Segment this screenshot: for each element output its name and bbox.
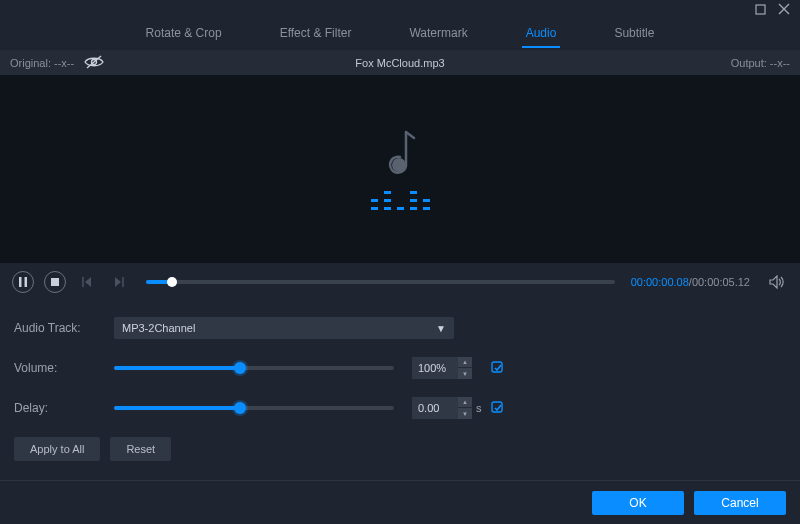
- tab-subtitle[interactable]: Subtitle: [610, 20, 658, 48]
- chevron-down-icon: ▼: [436, 323, 446, 334]
- tab-watermark[interactable]: Watermark: [405, 20, 471, 48]
- footer: OK Cancel: [0, 480, 800, 524]
- ok-button[interactable]: OK: [592, 491, 684, 515]
- audio-controls: Audio Track: MP3-2Channel ▼ Volume: 100%…: [0, 301, 800, 471]
- filename-label: Fox McCloud.mp3: [355, 57, 444, 69]
- delay-slider[interactable]: [114, 406, 394, 410]
- delay-reset-icon[interactable]: [490, 400, 506, 416]
- volume-label: Volume:: [14, 361, 114, 375]
- svg-point-3: [392, 158, 406, 172]
- close-button[interactable]: [778, 3, 790, 15]
- transport-bar: 00:00:00.08/00:00:05.12: [0, 263, 800, 301]
- volume-reset-icon[interactable]: [490, 360, 506, 376]
- stop-button[interactable]: [44, 271, 66, 293]
- audiotrack-label: Audio Track:: [14, 321, 114, 335]
- info-bar: Original: --x-- Fox McCloud.mp3 Output: …: [0, 50, 800, 75]
- volume-down-button[interactable]: ▼: [458, 368, 472, 379]
- tab-bar: Rotate & Crop Effect & Filter Watermark …: [0, 18, 800, 50]
- volume-up-button[interactable]: ▲: [458, 357, 472, 368]
- prev-button[interactable]: [76, 271, 98, 293]
- audiotrack-select[interactable]: MP3-2Channel ▼: [114, 317, 454, 339]
- delay-up-button[interactable]: ▲: [458, 397, 472, 408]
- music-placeholder-icon: [371, 128, 430, 210]
- volume-icon[interactable]: [766, 271, 788, 293]
- svg-rect-6: [51, 278, 59, 286]
- svg-rect-0: [756, 5, 765, 14]
- progress-slider[interactable]: [146, 280, 615, 284]
- reset-button[interactable]: Reset: [110, 437, 171, 461]
- next-button[interactable]: [108, 271, 130, 293]
- delay-value: 0.00: [412, 402, 458, 414]
- volume-spinbox[interactable]: 100% ▲▼: [412, 357, 472, 379]
- output-label: Output: --x--: [731, 57, 790, 69]
- pause-button[interactable]: [12, 271, 34, 293]
- audiotrack-value: MP3-2Channel: [122, 322, 195, 334]
- delay-down-button[interactable]: ▼: [458, 408, 472, 419]
- delay-unit: s: [476, 402, 484, 414]
- apply-to-all-button[interactable]: Apply to All: [14, 437, 100, 461]
- tab-audio[interactable]: Audio: [522, 20, 561, 48]
- preview-toggle-icon[interactable]: [84, 55, 104, 71]
- titlebar: [0, 0, 800, 18]
- svg-rect-4: [19, 277, 22, 287]
- volume-value: 100%: [412, 362, 458, 374]
- equalizer-icon: [371, 192, 430, 210]
- tab-effect-filter[interactable]: Effect & Filter: [276, 20, 356, 48]
- tab-rotate-crop[interactable]: Rotate & Crop: [142, 20, 226, 48]
- maximize-button[interactable]: [755, 4, 766, 15]
- volume-slider[interactable]: [114, 366, 394, 370]
- svg-rect-5: [25, 277, 28, 287]
- preview-area: [0, 75, 800, 263]
- delay-spinbox[interactable]: 0.00 ▲▼: [412, 397, 472, 419]
- timecode: 00:00:00.08/00:00:05.12: [631, 276, 750, 288]
- delay-label: Delay:: [14, 401, 114, 415]
- original-label: Original: --x--: [10, 57, 74, 69]
- cancel-button[interactable]: Cancel: [694, 491, 786, 515]
